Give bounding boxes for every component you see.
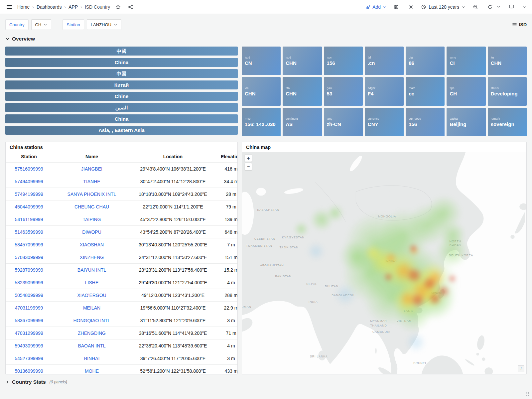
country-attribute-tile: currencyCNY xyxy=(365,108,404,136)
station-name-link[interactable]: XINZHENG xyxy=(52,255,131,260)
tile-label: edgar xyxy=(368,86,401,90)
station-variable-select[interactable]: LANZHOU xyxy=(87,19,121,30)
station-elevation: 139 m xyxy=(214,217,237,222)
breadcrumb-item[interactable]: Home xyxy=(17,4,30,10)
station-name-link[interactable]: SANYA PHOENIX INTL xyxy=(52,192,131,197)
station-id-link[interactable]: 45044099999 xyxy=(6,204,52,209)
add-panel-button[interactable]: Add xyxy=(365,4,386,10)
station-id-link[interactable]: 47031199999 xyxy=(6,305,52,311)
country-attribute-tile: ituCHN xyxy=(488,47,527,75)
tile-label: fips xyxy=(450,86,482,90)
stations-table[interactable]: StationNameLocationElevation 57516099999… xyxy=(6,152,237,374)
station-elevation: 22.9 m xyxy=(214,305,237,311)
map-country-label: MYANMAR xyxy=(370,319,387,323)
country-name-panels: 中國China中国КитайChineالصينChinaAsia, , Eas… xyxy=(5,47,238,136)
column-header: Name xyxy=(52,154,131,159)
station-location: 45°37'22.800"N 126°15'0.000"E xyxy=(131,217,214,222)
save-dashboard-button[interactable] xyxy=(392,2,401,12)
tile-value: CHN xyxy=(491,60,524,66)
save-icon xyxy=(394,4,399,10)
station-name-link[interactable]: TIANHE xyxy=(52,179,131,184)
breadcrumb-item[interactable]: ISD Country xyxy=(85,4,110,10)
station-variable-value: LANZHOU xyxy=(91,22,111,27)
isd-dashboard-link[interactable]: ISD xyxy=(512,22,527,27)
station-name-link[interactable]: MEILAN xyxy=(52,305,131,311)
tile-value: F4 xyxy=(368,91,401,96)
country-variable-value: CH xyxy=(35,22,42,27)
station-name-link[interactable]: LISHE xyxy=(52,280,131,285)
favorite-star-button[interactable] xyxy=(113,2,123,12)
country-attribute-tile: edgarF4 xyxy=(365,77,404,106)
map-canvas[interactable]: KAZAKHSTANMONGOLIAUZBEKISTANKYRGYZSTANTU… xyxy=(242,152,526,374)
station-location: 22°38'20.400"N 113°48'39.600"E xyxy=(131,343,214,348)
station-name-link[interactable]: CHEUNG CHAU xyxy=(52,204,131,209)
station-name-link[interactable]: ZHENGDING xyxy=(52,331,131,336)
country-variable-select[interactable]: CH xyxy=(31,19,52,30)
country-name-stat: Chine xyxy=(5,92,238,101)
dashboard-settings-button[interactable] xyxy=(406,2,416,12)
station-name-link[interactable]: BAIYUN INTL xyxy=(52,267,131,273)
resize-drag-handle[interactable] xyxy=(526,392,529,396)
refresh-icon xyxy=(487,4,493,10)
station-name-link[interactable]: BAOAN INTL xyxy=(52,343,131,348)
station-elevation: 288 m xyxy=(214,293,237,298)
tile-value: CHN xyxy=(286,60,319,66)
tv-view-mode-button[interactable] xyxy=(507,2,516,12)
table-row: 50136099999MOHE52°58'1.200"N 122°31'58.8… xyxy=(6,364,237,374)
station-id-link[interactable]: 58367099999 xyxy=(6,318,52,323)
station-name-link[interactable]: XIAO'ERGOU xyxy=(52,293,131,298)
breadcrumb-item[interactable]: APP xyxy=(68,4,78,10)
station-name-link[interactable]: TAIPING xyxy=(52,217,131,222)
breadcrumb-item[interactable]: Dashboards xyxy=(37,4,62,10)
hamburger-menu-button[interactable] xyxy=(5,2,14,12)
station-location: 22°12'0.000"N 114°1'1.200"E xyxy=(131,204,214,209)
map-attribution-button[interactable]: i xyxy=(518,365,524,372)
station-name-link[interactable]: MOHE xyxy=(52,368,131,374)
station-id-link[interactable]: 57494099999 xyxy=(6,179,52,184)
map-zoom-out-button[interactable]: − xyxy=(245,163,252,170)
station-name-link[interactable]: BINHAI xyxy=(52,356,131,361)
refresh-interval-dropdown[interactable] xyxy=(495,2,501,12)
tile-value: .cn xyxy=(368,60,401,66)
station-id-link[interactable]: 58239099999 xyxy=(6,280,52,285)
station-id-link[interactable]: 50136099999 xyxy=(6,368,52,374)
station-id-link[interactable]: 54527399999 xyxy=(6,356,52,361)
refresh-dashboard-button[interactable] xyxy=(485,2,495,12)
map-country-label: INDIA xyxy=(309,300,318,304)
station-id-link[interactable]: 50548099999 xyxy=(6,293,52,298)
station-location: 52°58'1.200"N 122°31'58.800"E xyxy=(131,368,214,374)
nav-overflow-dropdown[interactable] xyxy=(521,2,527,12)
chevron-down-icon xyxy=(114,23,117,27)
overview-section-header[interactable]: Overview xyxy=(0,36,532,42)
station-location: 43°54'25.200"N 87°28'26.400"E xyxy=(131,229,214,235)
country-stats-section-header[interactable]: Country Stats (0 panels) xyxy=(0,379,532,385)
share-dashboard-button[interactable] xyxy=(126,2,135,12)
station-id-link[interactable]: 59287099999 xyxy=(6,267,52,273)
tile-label: wmo xyxy=(450,56,482,59)
map-zoom-in-button[interactable]: + xyxy=(245,155,252,162)
station-id-link[interactable]: 57083099999 xyxy=(6,255,52,260)
bar-chart-plus-icon xyxy=(365,4,371,10)
station-elevation: 34.4 m xyxy=(214,179,237,184)
station-name-link[interactable]: XIAOSHAN xyxy=(52,242,131,247)
country-attribute-tile: iso3CHN xyxy=(283,47,322,75)
zoom-out-time-button[interactable] xyxy=(471,2,480,12)
station-id-link[interactable]: 54161199999 xyxy=(6,217,52,222)
tile-value: CN xyxy=(245,60,278,66)
station-id-link[interactable]: 51463599999 xyxy=(6,229,52,235)
station-id-link[interactable]: 58457099999 xyxy=(6,242,52,247)
station-id-link[interactable]: 57494199999 xyxy=(6,192,52,197)
station-id-link[interactable]: 57516099999 xyxy=(6,166,52,172)
tile-label: remark xyxy=(491,117,524,120)
station-name-link[interactable]: DIWOPU xyxy=(52,229,131,235)
table-row: 57083099999XINZHENG34°31'12.000"N 113°50… xyxy=(6,251,237,263)
time-range-picker[interactable]: Last 120 years xyxy=(421,4,466,10)
station-name-link[interactable]: HONGQIAO INTL xyxy=(52,318,131,323)
station-name-link[interactable]: JIANGBEI xyxy=(52,166,131,172)
chevron-right-icon xyxy=(5,380,10,384)
tile-label: capital xyxy=(450,117,482,120)
map-country-label: AFGHANISTAN xyxy=(260,264,284,267)
station-id-link[interactable]: 59493099999 xyxy=(6,343,52,348)
map-country-label: NEPAL xyxy=(306,282,317,286)
station-id-link[interactable]: 47031299999 xyxy=(6,331,52,336)
